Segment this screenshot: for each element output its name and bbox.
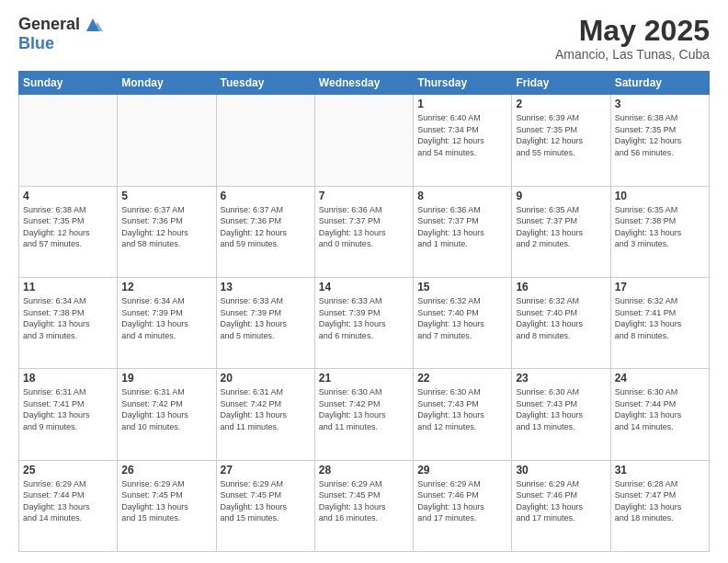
logo-blue: Blue (18, 34, 54, 52)
day-number: 11 (23, 281, 113, 293)
day-number: 2 (516, 98, 606, 110)
calendar-cell: 4Sunrise: 6:38 AM Sunset: 7:35 PM Daylig… (19, 186, 118, 277)
calendar-cell (118, 95, 216, 186)
col-thursday: Thursday (414, 72, 512, 95)
calendar-cell: 29Sunrise: 6:29 AM Sunset: 7:46 PM Dayli… (414, 460, 512, 551)
calendar-cell: 12Sunrise: 6:34 AM Sunset: 7:39 PM Dayli… (118, 277, 216, 368)
day-info: Sunrise: 6:30 AM Sunset: 7:43 PM Dayligh… (516, 386, 606, 432)
day-info: Sunrise: 6:32 AM Sunset: 7:40 PM Dayligh… (417, 295, 507, 341)
calendar-cell: 25Sunrise: 6:29 AM Sunset: 7:44 PM Dayli… (19, 460, 118, 551)
day-info: Sunrise: 6:34 AM Sunset: 7:38 PM Dayligh… (23, 295, 113, 341)
col-monday: Monday (118, 72, 216, 95)
day-number: 4 (23, 190, 113, 202)
calendar-cell: 15Sunrise: 6:32 AM Sunset: 7:40 PM Dayli… (414, 277, 512, 368)
day-info: Sunrise: 6:35 AM Sunset: 7:37 PM Dayligh… (516, 204, 606, 250)
day-info: Sunrise: 6:39 AM Sunset: 7:35 PM Dayligh… (516, 112, 606, 158)
title-location: Amancio, Las Tunas, Cuba (555, 47, 710, 62)
day-info: Sunrise: 6:30 AM Sunset: 7:43 PM Dayligh… (417, 386, 507, 432)
calendar-cell: 1Sunrise: 6:40 AM Sunset: 7:34 PM Daylig… (414, 95, 512, 186)
title-block: May 2025 Amancio, Las Tunas, Cuba (555, 15, 710, 62)
col-saturday: Saturday (610, 72, 709, 95)
calendar-cell: 5Sunrise: 6:37 AM Sunset: 7:36 PM Daylig… (118, 186, 216, 277)
day-number: 16 (516, 281, 606, 293)
day-info: Sunrise: 6:30 AM Sunset: 7:42 PM Dayligh… (319, 386, 409, 432)
day-info: Sunrise: 6:36 AM Sunset: 7:37 PM Dayligh… (319, 204, 409, 250)
day-info: Sunrise: 6:34 AM Sunset: 7:39 PM Dayligh… (121, 295, 211, 341)
calendar-cell: 6Sunrise: 6:37 AM Sunset: 7:36 PM Daylig… (216, 186, 314, 277)
day-number: 1 (417, 98, 507, 110)
calendar-cell: 3Sunrise: 6:38 AM Sunset: 7:35 PM Daylig… (610, 95, 709, 186)
calendar-cell (314, 95, 413, 186)
day-info: Sunrise: 6:32 AM Sunset: 7:41 PM Dayligh… (615, 295, 705, 341)
day-number: 5 (121, 190, 211, 202)
day-number: 12 (121, 281, 211, 293)
calendar-week-2: 11Sunrise: 6:34 AM Sunset: 7:38 PM Dayli… (19, 277, 710, 368)
day-number: 26 (121, 464, 211, 477)
day-info: Sunrise: 6:38 AM Sunset: 7:35 PM Dayligh… (615, 112, 705, 158)
col-sunday: Sunday (19, 72, 118, 95)
calendar-cell: 11Sunrise: 6:34 AM Sunset: 7:38 PM Dayli… (19, 277, 118, 368)
calendar-cell: 16Sunrise: 6:32 AM Sunset: 7:40 PM Dayli… (512, 277, 610, 368)
calendar-cell (216, 95, 314, 186)
day-number: 23 (516, 372, 606, 385)
day-number: 9 (516, 190, 606, 202)
day-number: 15 (417, 281, 507, 293)
calendar-cell: 7Sunrise: 6:36 AM Sunset: 7:37 PM Daylig… (314, 186, 413, 277)
calendar-cell: 30Sunrise: 6:29 AM Sunset: 7:46 PM Dayli… (512, 460, 610, 551)
day-number: 6 (221, 190, 311, 202)
day-info: Sunrise: 6:31 AM Sunset: 7:42 PM Dayligh… (121, 386, 211, 432)
logo-general: General (18, 16, 80, 34)
calendar-cell: 20Sunrise: 6:31 AM Sunset: 7:42 PM Dayli… (216, 369, 314, 460)
day-info: Sunrise: 6:29 AM Sunset: 7:45 PM Dayligh… (121, 478, 211, 524)
day-info: Sunrise: 6:29 AM Sunset: 7:45 PM Dayligh… (319, 478, 409, 524)
day-info: Sunrise: 6:29 AM Sunset: 7:46 PM Dayligh… (417, 478, 507, 524)
day-info: Sunrise: 6:29 AM Sunset: 7:46 PM Dayligh… (516, 478, 606, 524)
calendar-cell: 17Sunrise: 6:32 AM Sunset: 7:41 PM Dayli… (610, 277, 709, 368)
day-number: 21 (319, 372, 409, 385)
calendar-week-4: 25Sunrise: 6:29 AM Sunset: 7:44 PM Dayli… (19, 460, 710, 551)
day-number: 7 (319, 190, 409, 202)
page: General Blue May 2025 Amancio, Las Tunas… (0, 0, 728, 563)
calendar-cell: 9Sunrise: 6:35 AM Sunset: 7:37 PM Daylig… (512, 186, 610, 277)
day-number: 31 (615, 464, 705, 477)
day-info: Sunrise: 6:35 AM Sunset: 7:38 PM Dayligh… (615, 204, 705, 250)
day-number: 24 (615, 372, 705, 385)
calendar-week-3: 18Sunrise: 6:31 AM Sunset: 7:41 PM Dayli… (19, 369, 710, 460)
col-friday: Friday (512, 72, 610, 95)
day-number: 30 (516, 464, 606, 477)
calendar-cell: 23Sunrise: 6:30 AM Sunset: 7:43 PM Dayli… (512, 369, 610, 460)
calendar-cell: 22Sunrise: 6:30 AM Sunset: 7:43 PM Dayli… (414, 369, 512, 460)
day-number: 13 (221, 281, 311, 293)
day-info: Sunrise: 6:38 AM Sunset: 7:35 PM Dayligh… (23, 204, 113, 250)
calendar-cell (19, 95, 118, 186)
calendar-table: Sunday Monday Tuesday Wednesday Thursday… (18, 71, 710, 552)
title-month: May 2025 (555, 15, 710, 47)
col-tuesday: Tuesday (216, 72, 314, 95)
calendar-cell: 8Sunrise: 6:36 AM Sunset: 7:37 PM Daylig… (414, 186, 512, 277)
day-number: 19 (121, 372, 211, 385)
calendar-cell: 13Sunrise: 6:33 AM Sunset: 7:39 PM Dayli… (216, 277, 314, 368)
calendar-cell: 26Sunrise: 6:29 AM Sunset: 7:45 PM Dayli… (118, 460, 216, 551)
day-info: Sunrise: 6:30 AM Sunset: 7:44 PM Dayligh… (615, 386, 705, 432)
logo-icon (83, 15, 103, 35)
day-number: 3 (615, 98, 705, 110)
day-info: Sunrise: 6:31 AM Sunset: 7:41 PM Dayligh… (23, 386, 113, 432)
day-info: Sunrise: 6:32 AM Sunset: 7:40 PM Dayligh… (516, 295, 606, 341)
day-info: Sunrise: 6:33 AM Sunset: 7:39 PM Dayligh… (319, 295, 409, 341)
day-number: 17 (615, 281, 705, 293)
calendar-header-row: Sunday Monday Tuesday Wednesday Thursday… (19, 72, 710, 95)
day-number: 27 (221, 464, 311, 477)
calendar-cell: 19Sunrise: 6:31 AM Sunset: 7:42 PM Dayli… (118, 369, 216, 460)
calendar-cell: 31Sunrise: 6:28 AM Sunset: 7:47 PM Dayli… (610, 460, 709, 551)
header: General Blue May 2025 Amancio, Las Tunas… (18, 15, 710, 62)
day-number: 14 (319, 281, 409, 293)
day-info: Sunrise: 6:29 AM Sunset: 7:45 PM Dayligh… (221, 478, 311, 524)
calendar-cell: 27Sunrise: 6:29 AM Sunset: 7:45 PM Dayli… (216, 460, 314, 551)
day-info: Sunrise: 6:37 AM Sunset: 7:36 PM Dayligh… (221, 204, 311, 250)
calendar-week-1: 4Sunrise: 6:38 AM Sunset: 7:35 PM Daylig… (19, 186, 710, 277)
day-info: Sunrise: 6:33 AM Sunset: 7:39 PM Dayligh… (221, 295, 311, 341)
day-info: Sunrise: 6:29 AM Sunset: 7:44 PM Dayligh… (23, 478, 113, 524)
calendar-week-0: 1Sunrise: 6:40 AM Sunset: 7:34 PM Daylig… (19, 95, 710, 186)
day-info: Sunrise: 6:36 AM Sunset: 7:37 PM Dayligh… (417, 204, 507, 250)
day-info: Sunrise: 6:40 AM Sunset: 7:34 PM Dayligh… (417, 112, 507, 158)
